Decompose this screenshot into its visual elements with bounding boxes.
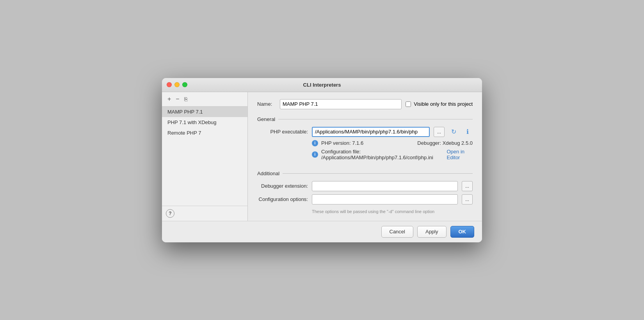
info-icon: ℹ xyxy=(466,128,469,135)
debugger-extension-label: Debugger extension: xyxy=(257,183,308,189)
interpreter-toolbar: + − ⎘ xyxy=(162,92,247,107)
php-executable-label: PHP executable: xyxy=(257,129,308,135)
php-browse-button[interactable]: ... xyxy=(434,127,445,137)
config-info-icon: i xyxy=(312,151,318,158)
right-panel: Name: Visible only for this project Gene… xyxy=(248,92,482,221)
php-executable-row: PHP executable: ... ↻ ℹ xyxy=(257,127,473,137)
ok-button[interactable]: OK xyxy=(450,226,475,238)
minimize-button[interactable] xyxy=(174,82,180,87)
left-panel: + − ⎘ MAMP PHP 7.1 PHP 7.1 with XDebug R… xyxy=(162,92,248,221)
dialog-footer: Cancel Apply OK xyxy=(162,221,482,242)
maximize-button[interactable] xyxy=(182,82,187,87)
config-file-row: i Configuration file: /Applications/MAMP… xyxy=(257,149,473,160)
info-button[interactable]: ℹ xyxy=(463,127,473,137)
debugger-ext-browse-button[interactable]: ... xyxy=(462,181,473,191)
debugger-text: Debugger: Xdebug 2.5.0 xyxy=(417,140,473,146)
config-options-row: Configuration options: ... xyxy=(257,194,473,204)
apply-button[interactable]: Apply xyxy=(417,226,447,238)
cli-interpreters-dialog: CLI Interpreters + − ⎘ MAMP PHP 7.1 PHP … xyxy=(162,78,482,242)
php-version-text: PHP version: 7.1.6 xyxy=(321,140,363,146)
visible-checkbox[interactable] xyxy=(406,101,411,107)
remove-interpreter-button[interactable]: − xyxy=(174,95,181,103)
debugger-extension-row: Debugger extension: ... xyxy=(257,181,473,191)
name-input[interactable] xyxy=(280,99,402,109)
dialog-title: CLI Interpreters xyxy=(303,82,341,88)
left-bottom: ? xyxy=(162,206,247,221)
visible-label: Visible only for this project xyxy=(414,101,473,107)
config-options-label: Configuration options: xyxy=(257,196,308,202)
copy-interpreter-button[interactable]: ⎘ xyxy=(183,96,189,103)
add-interpreter-button[interactable]: + xyxy=(166,95,173,103)
additional-section-header: Additional xyxy=(257,171,473,176)
hint-text: These options will be passed using the "… xyxy=(257,209,473,214)
refresh-button[interactable]: ↻ xyxy=(448,127,459,137)
interpreter-item[interactable]: MAMP PHP 7.1 xyxy=(162,107,247,117)
php-version-info-icon: i xyxy=(312,140,318,146)
config-options-browse-button[interactable]: ... xyxy=(462,194,473,204)
name-label: Name: xyxy=(257,101,276,107)
window-controls xyxy=(167,82,187,87)
interpreter-list: MAMP PHP 7.1 PHP 7.1 with XDebug Remote … xyxy=(162,107,247,206)
php-version-row: i PHP version: 7.1.6 Debugger: Xdebug 2.… xyxy=(257,140,473,146)
config-options-input[interactable] xyxy=(312,194,458,204)
visible-checkbox-row: Visible only for this project xyxy=(406,101,473,107)
help-button[interactable]: ? xyxy=(166,209,174,218)
name-row: Name: Visible only for this project xyxy=(257,99,473,109)
dialog-body: + − ⎘ MAMP PHP 7.1 PHP 7.1 with XDebug R… xyxy=(162,92,482,221)
refresh-icon: ↻ xyxy=(451,128,456,135)
config-file-text: Configuration file: /Applications/MAMP/b… xyxy=(321,149,443,160)
close-button[interactable] xyxy=(167,82,172,87)
open-in-editor-link[interactable]: Open in Editor xyxy=(447,149,473,160)
php-executable-input[interactable] xyxy=(312,127,430,137)
interpreter-item[interactable]: Remote PHP 7 xyxy=(162,128,247,138)
cancel-button[interactable]: Cancel xyxy=(381,226,413,238)
general-section-header: General xyxy=(257,116,473,122)
title-bar: CLI Interpreters xyxy=(162,78,482,92)
interpreter-item[interactable]: PHP 7.1 with XDebug xyxy=(162,117,247,128)
debugger-extension-input[interactable] xyxy=(312,181,458,191)
